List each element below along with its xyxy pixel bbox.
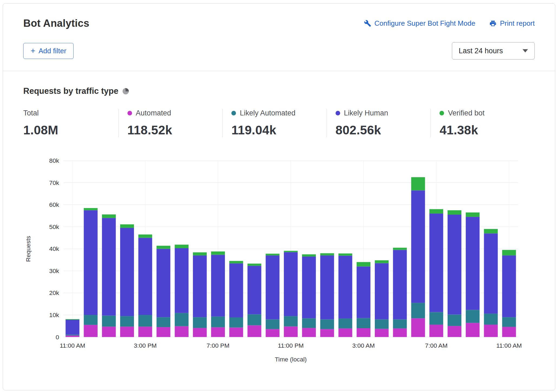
bar-segment xyxy=(448,314,461,326)
add-filter-button[interactable]: + Add filter xyxy=(23,43,74,59)
stacked-bar-chart: 010k20k30k40k50k60k70k80k11:00 AM3:00 PM… xyxy=(23,148,535,368)
requests-section: Requests by traffic type Total 1.08M Aut… xyxy=(3,71,555,368)
bar-segment xyxy=(339,256,352,318)
bar-segment xyxy=(466,217,480,310)
bar-segment xyxy=(339,254,352,256)
bar-segment xyxy=(156,317,170,327)
stat-label: Likely Automated xyxy=(240,109,296,117)
legend-dot-likely-human xyxy=(336,111,340,115)
stat-total: Total 1.08M xyxy=(23,109,119,137)
chevron-down-icon xyxy=(523,49,528,52)
bar-segment xyxy=(448,215,461,314)
bar-segment xyxy=(339,318,352,328)
stat-label: Total xyxy=(23,109,39,117)
bar-segment xyxy=(84,315,98,325)
bar-segment xyxy=(120,316,134,327)
header-links: Configure Super Bot Fight Mode Print rep… xyxy=(364,19,535,28)
bar-segment xyxy=(84,210,98,315)
bar-segment xyxy=(84,208,98,210)
bar-segment xyxy=(211,251,225,255)
card-header: Bot Analytics Configure Super Bot Fight … xyxy=(3,4,555,71)
bar-segment xyxy=(411,177,425,190)
legend-dot-verified-bot xyxy=(439,111,444,115)
time-range-value: Last 24 hours xyxy=(459,47,503,55)
bar-segment xyxy=(102,214,116,218)
bar-segment xyxy=(284,252,298,316)
bar-segment xyxy=(411,318,425,337)
bar-segment xyxy=(302,254,316,257)
bar-segment xyxy=(411,190,425,303)
bar-segment xyxy=(156,246,170,249)
bar-segment xyxy=(211,255,225,316)
svg-text:20k: 20k xyxy=(49,289,59,296)
bar-segment xyxy=(65,335,79,337)
stat-verified-bot: Verified bot 41.38k xyxy=(431,109,535,137)
bar-segment xyxy=(211,317,225,327)
printer-icon xyxy=(489,20,497,27)
bar-segment xyxy=(284,251,298,252)
bar-segment xyxy=(429,325,443,337)
bar-segment xyxy=(229,317,243,328)
bar-segment xyxy=(229,328,243,337)
bar-segment xyxy=(65,319,79,320)
page-title: Bot Analytics xyxy=(23,18,89,29)
bar-segment xyxy=(156,249,170,317)
stat-label: Likely Human xyxy=(344,109,388,117)
bar-segment xyxy=(175,326,189,337)
svg-text:60k: 60k xyxy=(49,201,59,208)
configure-link-label: Configure Super Bot Fight Mode xyxy=(375,19,475,28)
print-report-link[interactable]: Print report xyxy=(489,19,535,28)
bar-segment xyxy=(120,327,134,337)
bar-segment xyxy=(84,325,98,337)
bar-segment xyxy=(320,329,334,337)
svg-text:40k: 40k xyxy=(49,245,59,252)
bar-segment xyxy=(302,318,316,328)
configure-super-bot-fight-mode-link[interactable]: Configure Super Bot Fight Mode xyxy=(364,19,475,28)
bar-segment xyxy=(320,255,334,319)
svg-text:3:00 PM: 3:00 PM xyxy=(134,342,157,349)
plus-icon: + xyxy=(31,48,35,54)
stat-value: 118.52k xyxy=(127,123,223,137)
bar-segment xyxy=(375,263,389,319)
bar-segment xyxy=(466,212,480,217)
bar-segment xyxy=(120,228,134,316)
svg-text:0: 0 xyxy=(56,334,59,341)
bar-segment xyxy=(484,229,498,233)
bar-segment xyxy=(393,250,407,319)
bar-segment xyxy=(302,257,316,318)
bar-segment xyxy=(138,238,152,315)
svg-text:50k: 50k xyxy=(49,223,59,230)
stats-row: Total 1.08M Automated 118.52k Likely Aut… xyxy=(23,109,535,137)
stat-likely-automated: Likely Automated 119.04k xyxy=(222,109,327,137)
pie-chart-icon xyxy=(123,88,129,94)
bar-segment xyxy=(339,328,352,337)
time-range-select[interactable]: Last 24 hours xyxy=(452,42,535,59)
bar-segment xyxy=(357,262,370,266)
section-title: Requests by traffic type xyxy=(23,86,118,96)
stat-value: 802.56k xyxy=(336,123,431,137)
bar-segment xyxy=(266,255,280,319)
bar-segment xyxy=(411,303,425,318)
bar-segment xyxy=(466,323,480,337)
svg-text:7:00 AM: 7:00 AM xyxy=(425,342,448,349)
bar-segment xyxy=(357,328,370,337)
bar-segment xyxy=(138,327,152,337)
svg-text:7:00 PM: 7:00 PM xyxy=(206,342,229,349)
bar-segment xyxy=(193,255,207,317)
legend-dot-automated xyxy=(127,111,132,115)
stat-automated: Automated 118.52k xyxy=(119,109,223,137)
bar-segment xyxy=(375,260,389,263)
bar-segment xyxy=(320,253,334,255)
bar-segment xyxy=(393,319,407,328)
stat-value: 119.04k xyxy=(231,123,327,137)
bar-segment xyxy=(248,314,261,325)
bar-segment xyxy=(175,245,189,248)
bar-segment xyxy=(102,218,116,315)
bar-segment xyxy=(375,319,389,329)
bot-analytics-card: Bot Analytics Configure Super Bot Fight … xyxy=(3,3,555,390)
bar-segment xyxy=(284,316,298,326)
x-axis-label: Time (local) xyxy=(275,356,307,363)
bar-segment xyxy=(429,209,443,214)
stat-value: 1.08M xyxy=(23,123,119,137)
bar-segment xyxy=(448,210,461,215)
